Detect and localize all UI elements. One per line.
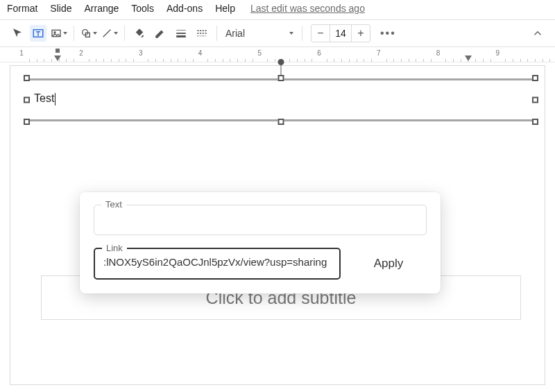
- resize-handle[interactable]: [24, 97, 30, 103]
- chevron-down-icon: [289, 32, 293, 35]
- title-text-value: Test: [34, 92, 54, 104]
- shape-tool-icon[interactable]: [80, 25, 97, 42]
- ruler-label: 5: [257, 49, 262, 57]
- menu-format[interactable]: Format: [7, 3, 37, 14]
- indent-left-handle[interactable]: [54, 56, 61, 61]
- font-name: Arial: [225, 28, 245, 39]
- chevron-down-icon: [93, 32, 97, 35]
- ruler-label: 7: [377, 49, 381, 57]
- collapse-toolbar-icon[interactable]: [529, 25, 546, 42]
- select-tool-icon[interactable]: [9, 25, 26, 42]
- svg-point-2: [54, 32, 56, 33]
- apply-button-label: Apply: [374, 257, 404, 271]
- menu-slide[interactable]: Slide: [50, 3, 71, 14]
- separator: [74, 26, 74, 41]
- ruler-label: 6: [317, 49, 321, 57]
- more-options-icon[interactable]: •••: [375, 27, 402, 40]
- resize-handle[interactable]: [532, 119, 538, 125]
- font-size-decrease[interactable]: −: [311, 25, 330, 42]
- resize-handle[interactable]: [532, 75, 538, 81]
- link-url-field[interactable]: Link :lNOX5yS6in2QaOCJnl5pzVx/view?usp=s…: [94, 248, 341, 280]
- link-text-label: Text: [101, 199, 126, 210]
- menu-help[interactable]: Help: [215, 3, 235, 14]
- fill-color-icon[interactable]: [131, 25, 148, 42]
- border-weight-icon[interactable]: [173, 25, 189, 42]
- link-url-input[interactable]: :lNOX5yS6in2QaOCJnl5pzVx/view?usp=sharin…: [103, 256, 331, 270]
- font-size-value[interactable]: 14: [330, 25, 352, 42]
- menu-bar: Format Slide Arrange Tools Add-ons Help …: [0, 0, 555, 19]
- font-size-increase[interactable]: +: [352, 25, 370, 42]
- ruler-label: 9: [496, 49, 500, 57]
- insert-link-popup: Text Link :lNOX5yS6in2QaOCJnl5pzVx/view?…: [80, 192, 441, 293]
- image-tool-icon[interactable]: [51, 25, 67, 42]
- ruler-label: 1: [19, 49, 24, 57]
- line-tool-icon[interactable]: [101, 25, 118, 42]
- separator: [124, 26, 125, 41]
- border-dash-icon[interactable]: [194, 25, 210, 42]
- font-family-picker[interactable]: Arial: [221, 28, 298, 39]
- ruler-label: 2: [79, 49, 83, 57]
- resize-handle[interactable]: [24, 119, 30, 125]
- separator: [302, 26, 302, 41]
- last-edit-status[interactable]: Last edit was seconds ago: [250, 3, 365, 14]
- separator: [216, 26, 217, 41]
- resize-handle[interactable]: [532, 97, 538, 103]
- text-cursor: [55, 93, 56, 105]
- ruler-label: 4: [198, 49, 203, 57]
- indent-right-handle[interactable]: [465, 56, 472, 61]
- menu-tools[interactable]: Tools: [131, 3, 154, 14]
- menu-arrange[interactable]: Arrange: [84, 3, 119, 14]
- ruler-label: 8: [436, 49, 441, 57]
- menu-addons[interactable]: Add-ons: [166, 3, 203, 14]
- chevron-down-icon: [63, 32, 67, 35]
- chevron-down-icon: [114, 32, 118, 35]
- textbox-tool-icon[interactable]: [30, 25, 46, 42]
- ruler-label: 3: [139, 49, 143, 57]
- link-text-input[interactable]: [103, 212, 418, 226]
- link-text-field[interactable]: Text: [94, 205, 427, 235]
- apply-button[interactable]: Apply: [350, 248, 427, 280]
- slide-canvas[interactable]: Test Click to add subtitle Text Link :lN…: [10, 65, 545, 385]
- resize-handle[interactable]: [278, 75, 284, 81]
- resize-handle[interactable]: [24, 75, 30, 81]
- border-color-icon[interactable]: [152, 25, 169, 42]
- link-url-label: Link: [102, 243, 127, 253]
- toolbar: Arial − 14 + •••: [0, 19, 555, 47]
- font-size-control: − 14 +: [311, 24, 370, 42]
- title-text[interactable]: Test: [34, 92, 56, 105]
